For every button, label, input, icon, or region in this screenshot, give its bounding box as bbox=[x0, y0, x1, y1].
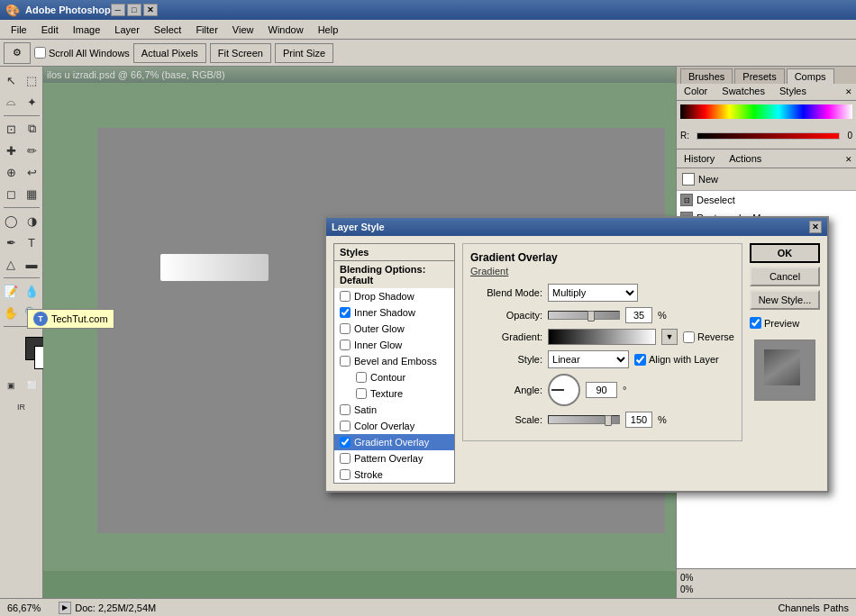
minimize-button[interactable]: ─ bbox=[111, 4, 125, 16]
eraser-tool[interactable]: ◻ bbox=[1, 184, 21, 204]
menu-image[interactable]: Image bbox=[66, 23, 108, 37]
eyedropper-tool[interactable]: 💧 bbox=[22, 281, 41, 301]
style-texture[interactable]: Texture bbox=[334, 385, 454, 402]
notes-tool[interactable]: 📝 bbox=[1, 281, 21, 301]
paths-tab[interactable]: Paths bbox=[824, 602, 849, 613]
tab-comps[interactable]: Comps bbox=[787, 68, 834, 84]
scale-input[interactable]: 150 bbox=[625, 412, 652, 428]
history-brush-tool[interactable]: ↩ bbox=[22, 162, 41, 182]
style-drop-shadow[interactable]: Drop Shadow bbox=[334, 288, 454, 304]
menu-view[interactable]: View bbox=[225, 23, 261, 37]
healing-tool[interactable]: ✚ bbox=[1, 140, 21, 160]
history-item-new[interactable]: New bbox=[678, 170, 854, 188]
menu-help[interactable]: Help bbox=[311, 23, 346, 37]
gradient-picker[interactable] bbox=[548, 329, 656, 345]
actual-pixels-button[interactable]: Actual Pixels bbox=[133, 43, 206, 63]
style-inner-glow[interactable]: Inner Glow bbox=[334, 337, 454, 353]
angle-wheel[interactable] bbox=[548, 374, 580, 406]
lasso-tool[interactable]: ⌓ bbox=[1, 92, 21, 112]
fit-screen-button[interactable]: Fit Screen bbox=[210, 43, 271, 63]
style-outer-glow[interactable]: Outer Glow bbox=[334, 321, 454, 337]
menu-edit[interactable]: Edit bbox=[34, 23, 66, 37]
ok-button[interactable]: OK bbox=[750, 243, 820, 263]
image-ready-tool[interactable]: IR bbox=[12, 397, 32, 417]
maximize-button[interactable]: □ bbox=[127, 4, 141, 16]
dialog-close-button[interactable]: ✕ bbox=[809, 221, 822, 233]
tab-presets[interactable]: Presets bbox=[734, 68, 784, 84]
color-spectrum[interactable] bbox=[680, 104, 852, 119]
scroll-all-windows-check[interactable]: Scroll All Windows bbox=[34, 47, 130, 59]
style-pattern-overlay[interactable]: Pattern Overlay bbox=[334, 450, 454, 467]
menu-file[interactable]: File bbox=[4, 23, 34, 37]
outer-glow-checkbox[interactable] bbox=[340, 323, 351, 334]
style-stroke[interactable]: Stroke bbox=[334, 467, 454, 483]
status-info-icon[interactable]: ▶ bbox=[59, 602, 71, 614]
style-contour[interactable]: Contour bbox=[334, 369, 454, 385]
shape-tool[interactable]: ▬ bbox=[22, 254, 41, 274]
preview-checkbox[interactable] bbox=[750, 317, 761, 329]
menu-select[interactable]: Select bbox=[147, 23, 189, 37]
blending-options-item[interactable]: Blending Options: Default bbox=[334, 261, 454, 288]
opacity-slider-track[interactable] bbox=[548, 311, 620, 320]
tab-swatches[interactable]: Swatches bbox=[715, 84, 772, 100]
panel-close-icon[interactable]: ✕ bbox=[845, 87, 852, 96]
tab-history[interactable]: History bbox=[677, 151, 722, 168]
fg-bg-color-selector[interactable] bbox=[18, 330, 25, 375]
quick-mask-tool[interactable]: ▣ bbox=[1, 376, 21, 395]
path-tool[interactable]: △ bbox=[1, 254, 21, 274]
style-bevel-emboss[interactable]: Bevel and Emboss bbox=[334, 353, 454, 369]
color-r-slider[interactable] bbox=[697, 132, 840, 140]
stroke-checkbox[interactable] bbox=[340, 469, 351, 480]
menu-window[interactable]: Window bbox=[261, 23, 311, 37]
screen-mode-tool[interactable]: ⬜ bbox=[22, 376, 41, 395]
print-size-button[interactable]: Print Size bbox=[275, 43, 333, 63]
gradient-tool[interactable]: ▦ bbox=[22, 184, 41, 204]
scale-slider-track[interactable] bbox=[548, 415, 620, 424]
tab-brushes[interactable]: Brushes bbox=[680, 68, 733, 84]
new-style-button[interactable]: New Style... bbox=[750, 290, 820, 310]
satin-checkbox[interactable] bbox=[340, 404, 351, 415]
style-gradient-overlay[interactable]: Gradient Overlay bbox=[334, 434, 454, 450]
blur-tool[interactable]: ◯ bbox=[1, 211, 21, 231]
style-color-overlay[interactable]: Color Overlay bbox=[334, 418, 454, 434]
tool-options-icon[interactable]: ⚙ bbox=[4, 42, 31, 64]
slice-tool[interactable]: ⧉ bbox=[22, 119, 41, 139]
history-panel-close-icon[interactable]: ✕ bbox=[845, 155, 852, 164]
channels-tab[interactable]: Channels bbox=[778, 602, 819, 613]
opacity-slider-thumb[interactable] bbox=[587, 311, 595, 322]
history-item-deselect[interactable]: ⊡ Deselect bbox=[677, 191, 856, 209]
magic-wand-tool[interactable]: ✦ bbox=[22, 92, 41, 112]
blend-mode-select[interactable]: Multiply bbox=[548, 284, 638, 302]
close-button[interactable]: ✕ bbox=[143, 4, 158, 16]
inner-shadow-checkbox[interactable] bbox=[340, 307, 351, 318]
style-inner-shadow[interactable]: Inner Shadow bbox=[334, 304, 454, 321]
angle-input[interactable]: 90 bbox=[586, 382, 617, 398]
cancel-button[interactable]: Cancel bbox=[750, 267, 820, 286]
dodge-tool[interactable]: ◑ bbox=[22, 211, 41, 231]
gradient-dropdown-btn[interactable]: ▼ bbox=[661, 329, 678, 345]
menu-layer[interactable]: Layer bbox=[107, 23, 147, 37]
tab-styles[interactable]: Styles bbox=[772, 84, 814, 100]
texture-checkbox[interactable] bbox=[356, 388, 367, 399]
contour-checkbox[interactable] bbox=[356, 372, 367, 383]
align-layer-checkbox[interactable] bbox=[634, 354, 646, 366]
drop-shadow-checkbox[interactable] bbox=[340, 291, 351, 302]
style-select[interactable]: Linear bbox=[548, 350, 629, 368]
hand-tool[interactable]: ✋ bbox=[1, 303, 21, 322]
tab-color[interactable]: Color bbox=[677, 84, 715, 100]
move-tool[interactable]: ↖ bbox=[1, 70, 21, 90]
crop-tool[interactable]: ⊡ bbox=[1, 119, 21, 139]
scale-slider-thumb[interactable] bbox=[605, 415, 612, 426]
type-tool[interactable]: T bbox=[22, 232, 41, 252]
scroll-all-windows-checkbox[interactable] bbox=[34, 47, 46, 59]
color-overlay-checkbox[interactable] bbox=[340, 421, 351, 431]
inner-glow-checkbox[interactable] bbox=[340, 340, 351, 350]
brush-tool[interactable]: ✏ bbox=[22, 140, 41, 160]
gradient-overlay-checkbox[interactable] bbox=[340, 437, 351, 448]
opacity-input[interactable]: 35 bbox=[625, 307, 652, 323]
style-satin[interactable]: Satin bbox=[334, 402, 454, 418]
menu-filter[interactable]: Filter bbox=[188, 23, 224, 37]
reverse-checkbox[interactable] bbox=[683, 331, 695, 343]
bevel-emboss-checkbox[interactable] bbox=[340, 356, 351, 367]
pen-tool[interactable]: ✒ bbox=[1, 232, 21, 252]
